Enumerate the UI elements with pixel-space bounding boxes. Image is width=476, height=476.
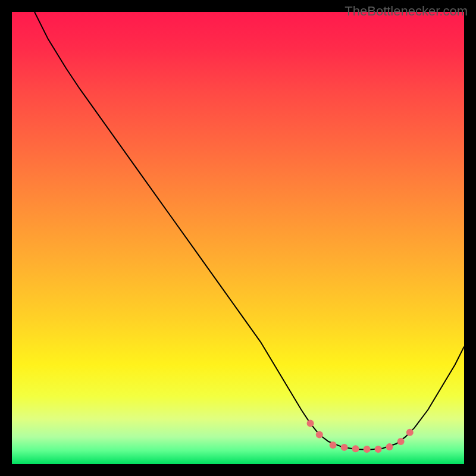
- chart-marker: [375, 446, 382, 453]
- chart-marker: [341, 444, 348, 451]
- chart-marker: [397, 438, 405, 445]
- chart-plot-area: [12, 12, 464, 464]
- chart-svg: [12, 12, 464, 464]
- chart-marker: [316, 431, 323, 439]
- chart-background: [12, 12, 464, 464]
- chart-marker: [307, 420, 314, 427]
- chart-marker: [386, 443, 393, 450]
- chart-marker: [330, 441, 337, 449]
- watermark-text: TheBottlenecker.com: [345, 4, 468, 19]
- chart-marker: [364, 446, 371, 453]
- chart-marker: [406, 429, 414, 436]
- chart-marker: [352, 445, 359, 452]
